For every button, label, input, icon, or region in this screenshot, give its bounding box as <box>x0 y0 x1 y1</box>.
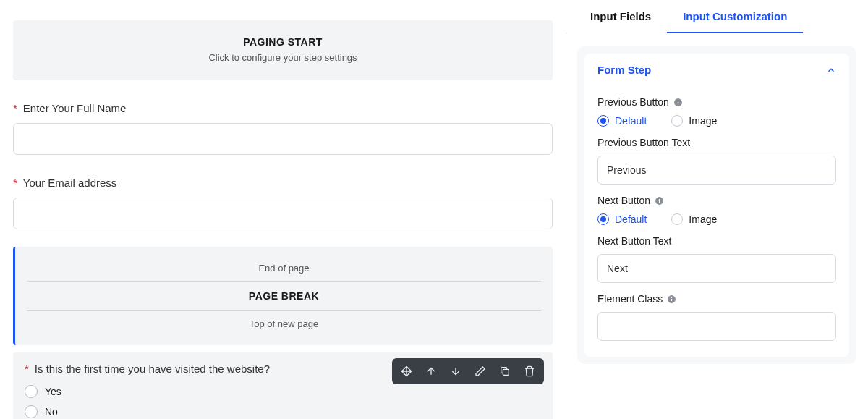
required-mark: * <box>13 102 17 114</box>
radio-icon <box>597 115 609 127</box>
svg-rect-3 <box>678 101 678 103</box>
field-label: Enter Your Full Name <box>23 102 127 114</box>
full-name-input[interactable] <box>13 123 553 155</box>
card-title: Form Step <box>597 64 651 76</box>
svg-point-5 <box>659 198 660 199</box>
arrow-up-icon[interactable] <box>420 361 443 381</box>
email-input[interactable] <box>13 198 553 229</box>
field-label: Your Email address <box>23 177 117 189</box>
next-button-text-input[interactable] <box>597 254 836 283</box>
form-canvas: PAGING START Click to configure your ste… <box>0 0 566 419</box>
field-first-visit[interactable]: * Is this the first time you have visite… <box>13 352 553 419</box>
svg-rect-0 <box>503 369 509 375</box>
prev-type-image[interactable]: Image <box>671 115 717 127</box>
radio-icon <box>671 213 683 225</box>
sidebar-tabs: Input Fields Input Customization <box>566 0 868 33</box>
element-class-section: Element Class <box>597 293 836 305</box>
info-icon <box>667 295 676 304</box>
paging-start-block[interactable]: PAGING START Click to configure your ste… <box>13 20 553 80</box>
prev-type-default[interactable]: Default <box>597 115 647 127</box>
field-email[interactable]: * Your Email address <box>13 177 553 229</box>
radio-label: Default <box>615 115 647 127</box>
option-label: No <box>45 406 58 418</box>
option-label: Yes <box>45 386 61 397</box>
arrow-down-icon[interactable] <box>444 361 467 381</box>
duplicate-icon[interactable] <box>493 361 516 381</box>
next-text-label: Next Button Text <box>597 235 836 247</box>
page-break-end: End of page <box>27 263 541 274</box>
info-icon <box>655 196 664 206</box>
paging-start-hint: Click to configure your step settings <box>25 52 541 63</box>
customization-panel: Form Step Previous Button Default <box>577 46 856 364</box>
required-mark: * <box>25 363 29 375</box>
next-type-image[interactable]: Image <box>671 213 717 225</box>
move-icon[interactable] <box>395 361 418 381</box>
option-no[interactable]: No <box>25 405 541 418</box>
radio-icon <box>597 213 609 225</box>
page-break-title: PAGE BREAK <box>27 290 541 302</box>
page-break-block[interactable]: End of page PAGE BREAK Top of new page <box>13 247 553 345</box>
field-full-name[interactable]: * Enter Your Full Name <box>13 102 553 155</box>
radio-label: Default <box>615 213 647 225</box>
svg-point-2 <box>678 100 678 101</box>
divider <box>27 281 541 282</box>
form-step-toggle[interactable]: Form Step <box>584 54 849 83</box>
trash-icon[interactable] <box>518 361 541 381</box>
section-text: Element Class <box>597 293 663 305</box>
chevron-up-icon <box>826 65 836 75</box>
radio-label: Image <box>689 213 717 225</box>
element-class-input[interactable] <box>597 312 836 341</box>
radio-icon <box>671 115 683 127</box>
field-toolbar <box>392 358 544 384</box>
radio-icon <box>25 385 38 398</box>
svg-rect-9 <box>671 298 672 300</box>
next-button-section: Next Button <box>597 195 836 206</box>
tab-input-fields[interactable]: Input Fields <box>574 0 667 33</box>
field-label: Is this the first time you have visited … <box>35 363 270 375</box>
right-sidebar: Input Fields Input Customization Form St… <box>566 0 868 419</box>
page-break-top: Top of new page <box>27 318 541 329</box>
radio-icon <box>25 405 38 418</box>
edit-icon[interactable] <box>469 361 492 381</box>
tab-input-customization[interactable]: Input Customization <box>667 0 803 33</box>
svg-rect-6 <box>659 200 660 202</box>
info-icon <box>673 98 683 107</box>
section-text: Previous Button <box>597 96 669 108</box>
option-yes[interactable]: Yes <box>25 385 541 398</box>
divider <box>27 310 541 311</box>
paging-start-title: PAGING START <box>25 36 541 48</box>
prev-button-text-input[interactable] <box>597 156 836 185</box>
prev-text-label: Previous Button Text <box>597 137 836 148</box>
svg-point-8 <box>671 297 672 297</box>
section-text: Next Button <box>597 195 650 206</box>
prev-button-section: Previous Button <box>597 96 836 108</box>
next-type-default[interactable]: Default <box>597 213 647 225</box>
required-mark: * <box>13 177 17 189</box>
radio-label: Image <box>689 115 717 127</box>
form-step-card: Form Step Previous Button Default <box>584 54 849 357</box>
